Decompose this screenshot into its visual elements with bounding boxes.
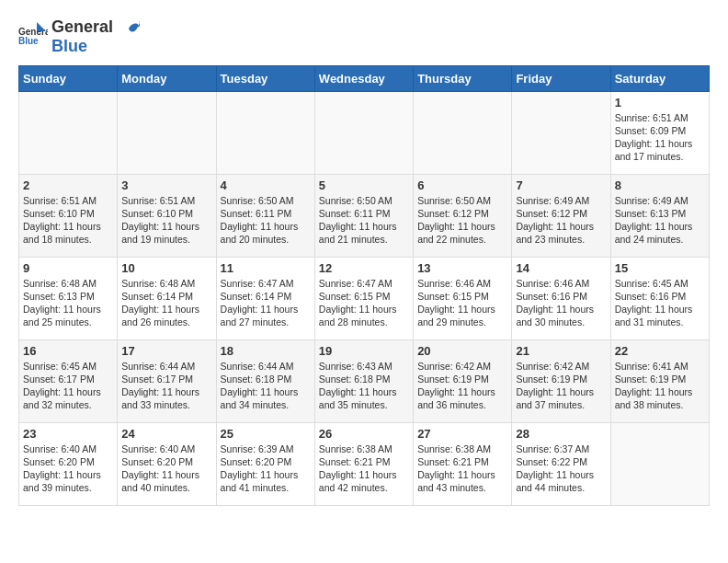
calendar-cell: 11Sunrise: 6:47 AM Sunset: 6:14 PM Dayli… <box>216 257 314 339</box>
day-number: 20 <box>417 344 507 358</box>
calendar-cell: 25Sunrise: 6:39 AM Sunset: 6:20 PM Dayli… <box>216 422 314 505</box>
calendar-cell: 20Sunrise: 6:42 AM Sunset: 6:19 PM Dayli… <box>414 339 512 422</box>
day-number: 8 <box>615 178 705 192</box>
calendar-cell: 5Sunrise: 6:50 AM Sunset: 6:11 PM Daylig… <box>314 174 413 257</box>
day-number: 12 <box>319 261 409 275</box>
calendar-cell <box>610 422 709 505</box>
column-header-tuesday: Tuesday <box>216 65 314 91</box>
calendar-cell: 21Sunrise: 6:42 AM Sunset: 6:19 PM Dayli… <box>512 339 610 422</box>
day-info: Sunrise: 6:42 AM Sunset: 6:19 PM Dayligh… <box>516 360 606 412</box>
day-info: Sunrise: 6:42 AM Sunset: 6:19 PM Dayligh… <box>417 360 507 412</box>
day-number: 10 <box>121 261 211 275</box>
calendar-cell: 6Sunrise: 6:50 AM Sunset: 6:12 PM Daylig… <box>414 174 512 257</box>
calendar-cell: 19Sunrise: 6:43 AM Sunset: 6:18 PM Dayli… <box>314 339 413 422</box>
calendar-cell <box>19 91 118 174</box>
day-info: Sunrise: 6:51 AM Sunset: 6:10 PM Dayligh… <box>121 194 211 247</box>
column-header-saturday: Saturday <box>610 65 709 91</box>
day-number: 23 <box>23 427 113 441</box>
column-header-friday: Friday <box>512 65 610 91</box>
calendar-cell <box>216 91 314 174</box>
calendar-cell: 15Sunrise: 6:45 AM Sunset: 6:16 PM Dayli… <box>610 257 709 339</box>
column-header-wednesday: Wednesday <box>314 65 413 91</box>
day-number: 24 <box>121 427 211 441</box>
calendar-cell: 17Sunrise: 6:44 AM Sunset: 6:17 PM Dayli… <box>118 339 216 422</box>
day-number: 17 <box>121 344 211 358</box>
day-info: Sunrise: 6:47 AM Sunset: 6:15 PM Dayligh… <box>319 277 409 329</box>
day-number: 16 <box>23 344 113 358</box>
logo-blue: Blue <box>51 38 142 56</box>
page-header: General Blue General Blue <box>18 18 710 56</box>
day-number: 11 <box>221 261 311 275</box>
day-info: Sunrise: 6:39 AM Sunset: 6:20 PM Dayligh… <box>221 442 311 495</box>
day-number: 3 <box>121 178 211 192</box>
calendar-cell: 4Sunrise: 6:50 AM Sunset: 6:11 PM Daylig… <box>216 174 314 257</box>
day-info: Sunrise: 6:50 AM Sunset: 6:11 PM Dayligh… <box>319 194 409 247</box>
column-header-sunday: Sunday <box>19 65 118 91</box>
day-number: 27 <box>417 427 507 441</box>
calendar-week-4: 16Sunrise: 6:45 AM Sunset: 6:17 PM Dayli… <box>19 339 710 422</box>
calendar-cell: 16Sunrise: 6:45 AM Sunset: 6:17 PM Dayli… <box>19 339 118 422</box>
day-info: Sunrise: 6:49 AM Sunset: 6:12 PM Dayligh… <box>516 194 606 247</box>
day-number: 28 <box>516 427 606 441</box>
calendar-week-5: 23Sunrise: 6:40 AM Sunset: 6:20 PM Dayli… <box>19 422 710 505</box>
day-info: Sunrise: 6:47 AM Sunset: 6:14 PM Dayligh… <box>221 277 311 329</box>
day-info: Sunrise: 6:44 AM Sunset: 6:17 PM Dayligh… <box>121 360 211 412</box>
day-info: Sunrise: 6:40 AM Sunset: 6:20 PM Dayligh… <box>23 442 113 495</box>
calendar-cell: 12Sunrise: 6:47 AM Sunset: 6:15 PM Dayli… <box>314 257 413 339</box>
svg-text:Blue: Blue <box>18 36 39 46</box>
column-header-thursday: Thursday <box>414 65 512 91</box>
calendar-cell: 9Sunrise: 6:48 AM Sunset: 6:13 PM Daylig… <box>19 257 118 339</box>
day-number: 1 <box>615 96 705 109</box>
calendar-cell: 28Sunrise: 6:37 AM Sunset: 6:22 PM Dayli… <box>512 422 610 505</box>
column-header-monday: Monday <box>118 65 216 91</box>
day-number: 13 <box>417 261 507 275</box>
day-info: Sunrise: 6:51 AM Sunset: 6:10 PM Dayligh… <box>23 194 113 247</box>
logo-icon: General Blue <box>18 20 48 53</box>
calendar-cell <box>512 91 610 174</box>
calendar-cell <box>118 91 216 174</box>
day-info: Sunrise: 6:41 AM Sunset: 6:19 PM Dayligh… <box>615 360 705 412</box>
calendar-cell <box>414 91 512 174</box>
calendar-cell <box>314 91 413 174</box>
calendar-cell: 7Sunrise: 6:49 AM Sunset: 6:12 PM Daylig… <box>512 174 610 257</box>
calendar-week-1: 1Sunrise: 6:51 AM Sunset: 6:09 PM Daylig… <box>19 91 710 174</box>
calendar-cell: 24Sunrise: 6:40 AM Sunset: 6:20 PM Dayli… <box>118 422 216 505</box>
day-info: Sunrise: 6:44 AM Sunset: 6:18 PM Dayligh… <box>221 360 311 412</box>
calendar-cell: 13Sunrise: 6:46 AM Sunset: 6:15 PM Dayli… <box>414 257 512 339</box>
calendar-week-3: 9Sunrise: 6:48 AM Sunset: 6:13 PM Daylig… <box>19 257 710 339</box>
day-info: Sunrise: 6:46 AM Sunset: 6:15 PM Dayligh… <box>417 277 507 329</box>
logo-general: General <box>51 17 113 36</box>
calendar-cell: 3Sunrise: 6:51 AM Sunset: 6:10 PM Daylig… <box>118 174 216 257</box>
day-info: Sunrise: 6:51 AM Sunset: 6:09 PM Dayligh… <box>615 111 705 164</box>
calendar-cell: 8Sunrise: 6:49 AM Sunset: 6:13 PM Daylig… <box>610 174 709 257</box>
day-number: 5 <box>319 178 409 192</box>
day-number: 9 <box>23 261 113 275</box>
day-number: 2 <box>23 178 113 192</box>
day-number: 22 <box>615 344 705 358</box>
day-info: Sunrise: 6:38 AM Sunset: 6:21 PM Dayligh… <box>417 442 507 495</box>
day-info: Sunrise: 6:46 AM Sunset: 6:16 PM Dayligh… <box>516 277 606 329</box>
day-number: 26 <box>319 427 409 441</box>
day-info: Sunrise: 6:43 AM Sunset: 6:18 PM Dayligh… <box>319 360 409 412</box>
logo-bird <box>113 19 141 35</box>
day-number: 19 <box>319 344 409 358</box>
calendar-cell: 1Sunrise: 6:51 AM Sunset: 6:09 PM Daylig… <box>610 91 709 174</box>
day-number: 4 <box>221 178 311 192</box>
day-info: Sunrise: 6:40 AM Sunset: 6:20 PM Dayligh… <box>121 442 211 495</box>
day-info: Sunrise: 6:50 AM Sunset: 6:12 PM Dayligh… <box>417 194 507 247</box>
day-info: Sunrise: 6:48 AM Sunset: 6:14 PM Dayligh… <box>121 277 211 329</box>
day-number: 14 <box>516 261 606 275</box>
day-number: 15 <box>615 261 705 275</box>
day-number: 25 <box>221 427 311 441</box>
calendar-cell: 26Sunrise: 6:38 AM Sunset: 6:21 PM Dayli… <box>314 422 413 505</box>
calendar-week-2: 2Sunrise: 6:51 AM Sunset: 6:10 PM Daylig… <box>19 174 710 257</box>
calendar-cell: 2Sunrise: 6:51 AM Sunset: 6:10 PM Daylig… <box>19 174 118 257</box>
day-number: 6 <box>417 178 507 192</box>
day-number: 21 <box>516 344 606 358</box>
calendar-cell: 18Sunrise: 6:44 AM Sunset: 6:18 PM Dayli… <box>216 339 314 422</box>
calendar-header-row: SundayMondayTuesdayWednesdayThursdayFrid… <box>19 65 710 91</box>
logo: General Blue General Blue <box>18 18 142 56</box>
day-info: Sunrise: 6:48 AM Sunset: 6:13 PM Dayligh… <box>23 277 113 329</box>
day-number: 18 <box>221 344 311 358</box>
day-info: Sunrise: 6:38 AM Sunset: 6:21 PM Dayligh… <box>319 442 409 495</box>
